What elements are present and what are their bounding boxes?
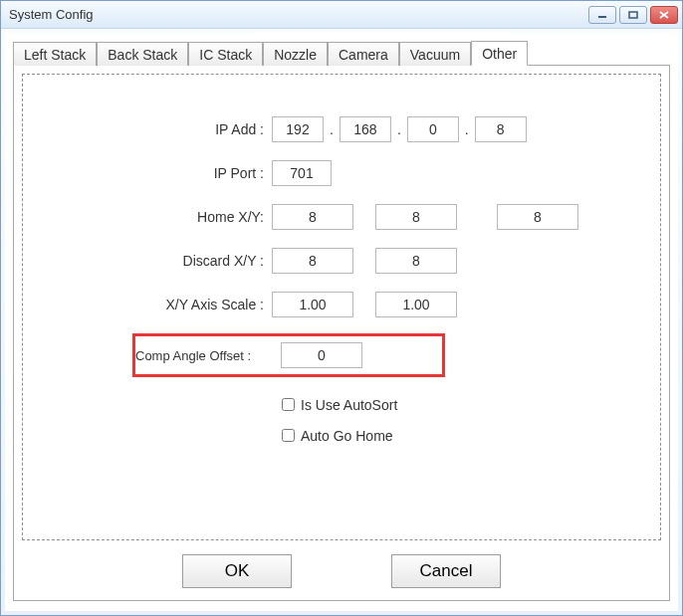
tab-label: Other (482, 46, 517, 62)
tab-other[interactable]: Other (471, 41, 528, 66)
tab-label: Left Stack (24, 47, 86, 63)
panel-inner: IP Add : . . . IP Port : Home X/Y: (22, 74, 661, 540)
comp-angle-highlight: Comp Angle Offset : (132, 333, 445, 377)
autohome-checkbox[interactable] (282, 429, 295, 442)
tab-nozzle[interactable]: Nozzle (263, 42, 328, 66)
dot-separator: . (397, 121, 401, 137)
dot-separator: . (465, 121, 469, 137)
discard-y-input[interactable] (375, 248, 457, 274)
tab-ic-stack[interactable]: IC Stack (188, 42, 263, 66)
tab-vacuum[interactable]: Vacuum (399, 42, 471, 66)
home-z-input[interactable] (497, 204, 578, 230)
svg-rect-1 (629, 12, 637, 18)
axis-scale-y-input[interactable] (375, 292, 457, 317)
tab-strip: Left Stack Back Stack IC Stack Nozzle Ca… (13, 39, 670, 65)
titlebar: System Config (1, 1, 682, 29)
window: System Config Left Stack Back Stack IC S… (0, 0, 683, 616)
maximize-button[interactable] (619, 6, 647, 24)
tab-label: Nozzle (274, 47, 317, 63)
comp-angle-input[interactable] (281, 342, 362, 368)
tab-label: Back Stack (108, 47, 177, 63)
tab-label: Camera (339, 47, 388, 63)
row-home-xy: Home X/Y: (53, 202, 630, 232)
tab-back-stack[interactable]: Back Stack (97, 42, 188, 66)
label-axis-scale: X/Y Axis Scale : (53, 297, 272, 312)
ip-octet-3[interactable] (407, 116, 459, 142)
label-home-xy: Home X/Y: (53, 209, 272, 225)
axis-scale-x-input[interactable] (272, 292, 353, 317)
home-x-input[interactable] (272, 204, 353, 230)
label-ip-port: IP Port : (53, 165, 272, 181)
row-autosort: Is Use AutoSort (278, 395, 630, 414)
row-axis-scale: X/Y Axis Scale : (53, 290, 630, 319)
window-title: System Config (9, 7, 588, 22)
ip-octet-2[interactable] (340, 116, 391, 142)
dialog-buttons: OK Cancel (22, 540, 661, 592)
minimize-button[interactable] (588, 6, 616, 24)
cancel-button[interactable]: Cancel (391, 554, 501, 588)
autosort-checkbox[interactable] (282, 398, 295, 411)
row-discard-xy: Discard X/Y : (53, 246, 630, 276)
client-area: Left Stack Back Stack IC Stack Nozzle Ca… (5, 33, 678, 611)
tab-camera[interactable]: Camera (328, 42, 399, 66)
home-y-input[interactable] (375, 204, 457, 230)
row-ip-port: IP Port : (53, 158, 630, 188)
label-discard-xy: Discard X/Y : (53, 253, 272, 269)
ok-button[interactable]: OK (182, 554, 292, 588)
label-autosort: Is Use AutoSort (301, 397, 397, 413)
close-button[interactable] (650, 6, 678, 24)
cancel-button-label: Cancel (420, 561, 473, 580)
discard-x-input[interactable] (272, 248, 353, 274)
row-ip-add: IP Add : . . . (53, 114, 630, 144)
label-comp-angle: Comp Angle Offset : (135, 348, 281, 363)
ip-port-input[interactable] (272, 160, 332, 186)
window-buttons (588, 6, 678, 24)
label-autohome: Auto Go Home (301, 428, 393, 444)
row-autohome: Auto Go Home (278, 426, 630, 445)
label-ip-add: IP Add : (53, 121, 272, 137)
ip-octet-4[interactable] (475, 116, 527, 142)
tab-label: Vacuum (410, 47, 460, 63)
tab-left-stack[interactable]: Left Stack (13, 42, 97, 66)
ok-button-label: OK (225, 561, 250, 580)
ip-octet-1[interactable] (272, 116, 324, 142)
tab-label: IC Stack (199, 47, 252, 63)
tab-panel-other: IP Add : . . . IP Port : Home X/Y: (13, 65, 670, 601)
dot-separator: . (330, 121, 334, 137)
